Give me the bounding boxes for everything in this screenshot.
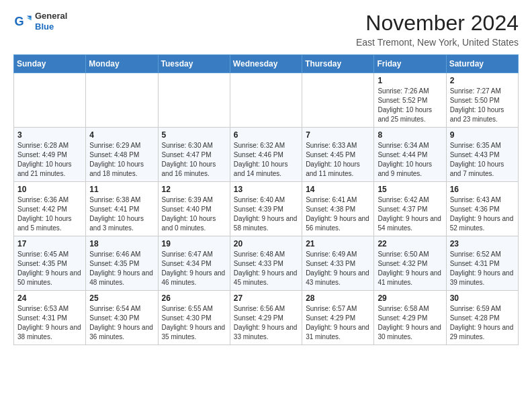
day-number: 13 [234,185,298,194]
day-info: Sunrise: 6:35 AM Sunset: 4:43 PM Dayligh… [450,141,515,179]
day-number: 20 [234,239,298,248]
day-number: 16 [450,185,515,194]
day-info: Sunrise: 6:46 AM Sunset: 4:35 PM Dayligh… [89,250,154,287]
day-info: Sunrise: 6:33 AM Sunset: 4:45 PM Dayligh… [306,141,370,179]
day-info: Sunrise: 6:32 AM Sunset: 4:46 PM Dayligh… [234,141,298,179]
calendar-cell: 20Sunrise: 6:48 AM Sunset: 4:33 PM Dayli… [230,236,302,291]
day-info: Sunrise: 6:30 AM Sunset: 4:47 PM Dayligh… [162,141,226,179]
day-info: Sunrise: 6:53 AM Sunset: 4:31 PM Dayligh… [17,304,82,342]
calendar-cell: 23Sunrise: 6:52 AM Sunset: 4:31 PM Dayli… [446,236,518,291]
day-number: 5 [162,130,226,140]
logo-icon: G [13,12,32,31]
calendar-cell: 17Sunrise: 6:45 AM Sunset: 4:35 PM Dayli… [14,236,86,291]
calendar-cell: 1Sunrise: 7:26 AM Sunset: 5:52 PM Daylig… [374,73,446,128]
calendar-cell: 9Sunrise: 6:35 AM Sunset: 4:43 PM Daylig… [446,128,518,182]
svg-marker-2 [27,17,32,20]
calendar-cell: 3Sunrise: 6:28 AM Sunset: 4:49 PM Daylig… [14,128,86,182]
day-of-week-header: Saturday [446,55,518,73]
day-number: 1 [378,76,442,85]
calendar-cell: 30Sunrise: 6:59 AM Sunset: 4:28 PM Dayli… [446,291,518,345]
day-info: Sunrise: 6:38 AM Sunset: 4:41 PM Dayligh… [89,195,154,233]
calendar-cell: 2Sunrise: 7:27 AM Sunset: 5:50 PM Daylig… [446,73,518,128]
calendar-cell: 5Sunrise: 6:30 AM Sunset: 4:47 PM Daylig… [158,128,230,182]
days-of-week-row: SundayMondayTuesdayWednesdayThursdayFrid… [14,55,519,73]
day-info: Sunrise: 6:58 AM Sunset: 4:29 PM Dayligh… [378,304,442,342]
day-of-week-header: Tuesday [158,55,230,73]
day-info: Sunrise: 6:42 AM Sunset: 4:37 PM Dayligh… [378,195,442,233]
day-info: Sunrise: 6:52 AM Sunset: 4:31 PM Dayligh… [450,250,515,287]
calendar-cell: 18Sunrise: 6:46 AM Sunset: 4:35 PM Dayli… [86,236,158,291]
day-info: Sunrise: 6:34 AM Sunset: 4:44 PM Dayligh… [378,141,442,179]
day-number: 2 [450,76,515,85]
calendar-cell: 21Sunrise: 6:49 AM Sunset: 4:33 PM Dayli… [302,236,374,291]
logo-general: General [35,11,67,21]
calendar-cell [230,73,302,128]
day-info: Sunrise: 6:48 AM Sunset: 4:33 PM Dayligh… [234,250,298,287]
calendar-cell: 14Sunrise: 6:41 AM Sunset: 4:38 PM Dayli… [302,182,374,236]
day-info: Sunrise: 6:28 AM Sunset: 4:49 PM Dayligh… [17,141,82,179]
calendar-header: SundayMondayTuesdayWednesdayThursdayFrid… [14,55,519,73]
calendar-cell: 24Sunrise: 6:53 AM Sunset: 4:31 PM Dayli… [14,291,86,345]
day-info: Sunrise: 6:45 AM Sunset: 4:35 PM Dayligh… [17,250,82,287]
day-info: Sunrise: 6:29 AM Sunset: 4:48 PM Dayligh… [89,141,154,179]
day-info: Sunrise: 6:57 AM Sunset: 4:29 PM Dayligh… [306,304,370,342]
day-number: 21 [306,239,370,248]
calendar-cell [158,73,230,128]
page-header: G General Blue November 2024 East Tremon… [13,11,519,48]
calendar-cell: 26Sunrise: 6:55 AM Sunset: 4:30 PM Dayli… [158,291,230,345]
day-info: Sunrise: 6:41 AM Sunset: 4:38 PM Dayligh… [306,195,370,233]
day-info: Sunrise: 7:26 AM Sunset: 5:52 PM Dayligh… [378,87,442,124]
calendar-cell: 11Sunrise: 6:38 AM Sunset: 4:41 PM Dayli… [86,182,158,236]
calendar-cell: 13Sunrise: 6:40 AM Sunset: 4:39 PM Dayli… [230,182,302,236]
day-info: Sunrise: 7:27 AM Sunset: 5:50 PM Dayligh… [450,87,515,124]
day-number: 27 [234,293,298,303]
calendar-cell: 6Sunrise: 6:32 AM Sunset: 4:46 PM Daylig… [230,128,302,182]
day-number: 8 [378,130,442,140]
day-info: Sunrise: 6:39 AM Sunset: 4:40 PM Dayligh… [162,195,226,233]
location: East Tremont, New York, United States [356,37,519,48]
day-info: Sunrise: 6:50 AM Sunset: 4:32 PM Dayligh… [378,250,442,287]
calendar-cell [14,73,86,128]
day-info: Sunrise: 6:56 AM Sunset: 4:29 PM Dayligh… [234,304,298,342]
day-info: Sunrise: 6:49 AM Sunset: 4:33 PM Dayligh… [306,250,370,287]
day-of-week-header: Wednesday [230,55,302,73]
calendar-week-row: 10Sunrise: 6:36 AM Sunset: 4:42 PM Dayli… [14,182,519,236]
calendar-cell: 12Sunrise: 6:39 AM Sunset: 4:40 PM Dayli… [158,182,230,236]
calendar-cell: 10Sunrise: 6:36 AM Sunset: 4:42 PM Dayli… [14,182,86,236]
calendar-cell: 27Sunrise: 6:56 AM Sunset: 4:29 PM Dayli… [230,291,302,345]
calendar-cell: 16Sunrise: 6:43 AM Sunset: 4:36 PM Dayli… [446,182,518,236]
calendar-cell [302,73,374,128]
day-of-week-header: Sunday [14,55,86,73]
calendar-week-row: 1Sunrise: 7:26 AM Sunset: 5:52 PM Daylig… [14,73,519,128]
calendar-cell: 25Sunrise: 6:54 AM Sunset: 4:30 PM Dayli… [86,291,158,345]
day-of-week-header: Friday [374,55,446,73]
day-info: Sunrise: 6:47 AM Sunset: 4:34 PM Dayligh… [162,250,226,287]
calendar-cell: 28Sunrise: 6:57 AM Sunset: 4:29 PM Dayli… [302,291,374,345]
calendar-body: 1Sunrise: 7:26 AM Sunset: 5:52 PM Daylig… [14,73,519,345]
day-number: 6 [234,130,298,140]
day-number: 10 [17,185,82,194]
day-info: Sunrise: 6:43 AM Sunset: 4:36 PM Dayligh… [450,195,515,233]
day-info: Sunrise: 6:36 AM Sunset: 4:42 PM Dayligh… [17,195,82,233]
calendar-cell: 7Sunrise: 6:33 AM Sunset: 4:45 PM Daylig… [302,128,374,182]
day-number: 14 [306,185,370,194]
month-title: November 2024 [356,11,519,36]
logo-text: General Blue [35,11,67,32]
calendar-week-row: 17Sunrise: 6:45 AM Sunset: 4:35 PM Dayli… [14,236,519,291]
calendar-cell: 22Sunrise: 6:50 AM Sunset: 4:32 PM Dayli… [374,236,446,291]
day-number: 4 [89,130,154,140]
day-number: 12 [162,185,226,194]
calendar-cell: 29Sunrise: 6:58 AM Sunset: 4:29 PM Dayli… [374,291,446,345]
calendar-cell: 4Sunrise: 6:29 AM Sunset: 4:48 PM Daylig… [86,128,158,182]
title-area: November 2024 East Tremont, New York, Un… [356,11,519,48]
day-number: 9 [450,130,515,140]
day-number: 24 [17,293,82,303]
day-number: 7 [306,130,370,140]
calendar-week-row: 3Sunrise: 6:28 AM Sunset: 4:49 PM Daylig… [14,128,519,182]
day-number: 28 [306,293,370,303]
calendar-cell: 19Sunrise: 6:47 AM Sunset: 4:34 PM Dayli… [158,236,230,291]
calendar-cell: 8Sunrise: 6:34 AM Sunset: 4:44 PM Daylig… [374,128,446,182]
day-info: Sunrise: 6:40 AM Sunset: 4:39 PM Dayligh… [234,195,298,233]
logo: G General Blue [13,11,67,32]
day-number: 19 [162,239,226,248]
